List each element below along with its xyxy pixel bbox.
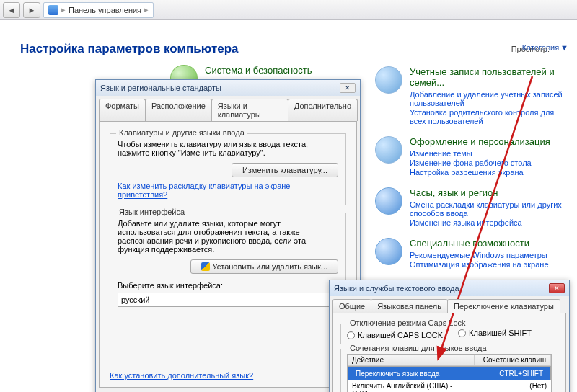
group-text: Чтобы изменить клавиатуру или язык ввода…	[118, 140, 338, 157]
address-bar[interactable]: ▸ Панель управления ▸	[43, 2, 154, 18]
tab-bar: Общие Языковая панель Переключение клави…	[332, 299, 566, 313]
group-ui-language: Язык интерфейса Добавьте или удалите язы…	[110, 213, 346, 313]
view-value: Категория	[522, 43, 559, 52]
list-row[interactable]: Включить Английский (США) - США (Нет)	[348, 380, 551, 392]
chevron-down-icon: ▼	[560, 43, 568, 52]
forward-button[interactable]: ►	[23, 2, 40, 18]
link-optimize-display[interactable]: Оптимизация изображения на экране	[410, 260, 549, 269]
crumb-sep: ▸	[61, 5, 66, 14]
view-dropdown[interactable]: Категория ▼	[522, 43, 568, 52]
link-parental-control[interactable]: Установка родительского контроля для все…	[410, 108, 570, 125]
category-list: Учетные записи пользователей и семей... …	[375, 66, 570, 280]
tab-general[interactable]: Общие	[332, 299, 371, 313]
dialog-controls: ✕	[340, 83, 356, 93]
category-ease-of-access: Специальные возможности Рекомендуемые Wi…	[375, 238, 570, 270]
back-button[interactable]: ◄	[3, 2, 20, 18]
close-button[interactable]: ✕	[549, 283, 565, 293]
link-welcome-layout[interactable]: Как изменить раскладку клавиатуры на экр…	[118, 182, 290, 199]
radio-dot	[458, 329, 466, 337]
dialog-text-services: Языки и службы текстового ввода ✕ Общие …	[329, 280, 570, 392]
dialog-title: Язык и региональные стандарты	[100, 84, 221, 92]
list-row[interactable]: Переключить язык ввода CTRL+SHIFT	[348, 366, 551, 380]
tab-keyboard-switch[interactable]: Переключение клавиатуры	[447, 299, 560, 313]
category-title[interactable]: Система и безопасность	[205, 65, 312, 76]
radio-shift[interactable]: Клавишей SHIFT	[458, 329, 532, 337]
globe-icon	[375, 187, 402, 215]
link-background[interactable]: Изменение фона рабочего стола	[410, 159, 550, 167]
change-keyboard-button[interactable]: Изменить клавиатуру...	[232, 163, 338, 177]
tab-advanced[interactable]: Дополнительно	[288, 99, 358, 121]
category-clock-region: Часы, язык и регион Смена раскладки клав…	[375, 187, 570, 228]
tab-pane: Отключение режима Caps Lock Клавишей CAP…	[332, 313, 566, 392]
link-resolution[interactable]: Настройка разрешения экрана	[410, 168, 550, 177]
col-hotkey: Сочетание клавиш	[475, 355, 551, 365]
category-title[interactable]: Часы, язык и регион	[410, 187, 570, 198]
dialog-title: Языки и службы текстового ввода	[334, 284, 459, 293]
list-header: Действие Сочетание клавиш	[348, 355, 551, 366]
radio-dot-selected	[347, 331, 355, 339]
group-title: Сочетания клавиш для языков ввода	[347, 344, 490, 352]
tab-pane: Клавиатуры и другие языки ввода Чтобы из…	[99, 121, 357, 388]
select-value: русский	[121, 295, 149, 304]
theme-icon	[375, 136, 402, 164]
tab-formats[interactable]: Форматы	[99, 99, 146, 121]
link-theme[interactable]: Изменение темы	[410, 149, 550, 158]
page-title: Настройка параметров компьютера	[20, 42, 557, 56]
col-action: Действие	[348, 355, 475, 365]
category-users: Учетные записи пользователей и семей... …	[375, 66, 570, 126]
group-keyboards: Клавиатуры и другие языки ввода Чтобы из…	[110, 133, 346, 205]
link-add-remove-users[interactable]: Добавление и удаление учетных записей по…	[410, 90, 570, 107]
tab-bar: Форматы Расположение Языки и клавиатуры …	[99, 99, 357, 121]
link-recommended[interactable]: Рекомендуемые Windows параметры	[410, 251, 549, 259]
category-title[interactable]: Оформление и персонализация	[410, 136, 550, 147]
link-install-extra-lang[interactable]: Как установить дополнительный язык?	[110, 371, 253, 380]
users-icon	[375, 66, 402, 94]
dialog-language-region: Язык и региональные стандарты ✕ Форматы …	[95, 79, 361, 392]
link-change-layout[interactable]: Смена раскладки клавиатуры или других сп…	[410, 200, 570, 218]
dialog-titlebar[interactable]: Языки и службы текстового ввода ✕	[330, 280, 569, 296]
crumb-sep-2: ▸	[144, 5, 149, 14]
dialog-controls: ✕	[549, 283, 565, 293]
group-title: Язык интерфейса	[116, 208, 188, 216]
control-panel-icon	[48, 5, 58, 15]
category-title[interactable]: Учетные записи пользователей и семей...	[410, 66, 570, 88]
ease-icon	[375, 238, 402, 265]
hotkey-list[interactable]: Действие Сочетание клавиш Переключить яз…	[347, 354, 552, 392]
group-title: Отключение режима Caps Lock	[347, 318, 469, 327]
group-caps-lock: Отключение режима Caps Lock Клавишей CAP…	[340, 324, 558, 344]
dialog-titlebar[interactable]: Язык и региональные стандарты ✕	[96, 80, 360, 96]
breadcrumb-root[interactable]: Панель управления	[69, 6, 141, 14]
tab-location[interactable]: Расположение	[145, 99, 212, 121]
group-text: Добавьте или удалите языки, которые могу…	[118, 219, 338, 254]
category-title[interactable]: Специальные возможности	[410, 238, 549, 249]
tab-languages-keyboards[interactable]: Языки и клавиатуры	[211, 99, 288, 121]
group-hotkeys: Сочетания клавиш для языков ввода Действ…	[340, 349, 558, 392]
explorer-toolbar: ◄ ► ▸ Панель управления ▸	[0, 0, 577, 20]
shield-icon	[201, 262, 210, 271]
group-title: Клавиатуры и другие языки ввода	[116, 128, 247, 137]
radio-caps-lock[interactable]: Клавишей CAPS LOCK	[347, 331, 443, 339]
tab-language-bar[interactable]: Языковая панель	[371, 299, 448, 313]
close-button[interactable]: ✕	[340, 83, 356, 93]
ui-language-select[interactable]: русский ▾	[118, 293, 338, 307]
select-label: Выберите язык интерфейса:	[118, 281, 338, 290]
install-language-button[interactable]: Установить или удалить язык...	[190, 259, 339, 274]
category-personalization: Оформление и персонализация Изменение те…	[375, 136, 570, 177]
link-change-ui-lang[interactable]: Изменение языка интерфейса	[410, 218, 570, 227]
